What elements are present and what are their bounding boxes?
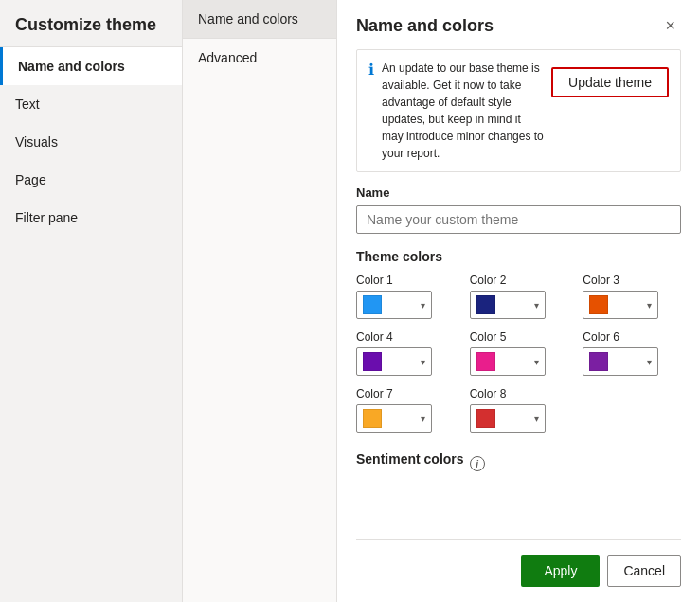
color-2-chevron: ▾ (534, 300, 539, 310)
right-panel-header: Name and colors × (356, 15, 681, 36)
color-6-selector[interactable]: ▾ (583, 347, 658, 376)
color-4-swatch (363, 352, 382, 371)
color-item-3: Color 3 ▾ (583, 274, 681, 319)
center-panel: Name and colors Advanced (183, 0, 337, 602)
tab-name-and-colors[interactable]: Name and colors (183, 0, 336, 39)
color-6-chevron: ▾ (647, 357, 652, 367)
sidebar-item-filter-pane[interactable]: Filter pane (0, 199, 182, 237)
update-theme-button[interactable]: Update theme (551, 67, 669, 97)
sidebar-item-name-and-colors[interactable]: Name and colors (0, 47, 182, 85)
right-panel-title: Name and colors (356, 16, 494, 36)
color-8-selector[interactable]: ▾ (470, 404, 546, 433)
name-input[interactable] (356, 205, 681, 234)
color-6-label: Color 6 (583, 330, 681, 344)
color-item-7: Color 7 ▾ (356, 387, 455, 433)
name-field-container: Name (356, 186, 681, 249)
color-5-selector[interactable]: ▾ (470, 347, 546, 376)
footer: Apply Cancel (356, 539, 681, 587)
color-3-selector[interactable]: ▾ (583, 291, 658, 319)
color-1-swatch (363, 295, 382, 314)
right-panel: Name and colors × ℹ An update to our bas… (337, 0, 700, 602)
color-2-label: Color 2 (470, 274, 568, 287)
info-text: An update to our base theme is available… (382, 60, 544, 162)
color-8-chevron: ▾ (534, 414, 539, 424)
cancel-button[interactable]: Cancel (607, 555, 681, 587)
info-icon: ℹ (368, 61, 374, 162)
color-item-8: Color 8 ▾ (470, 387, 568, 433)
sidebar-item-text[interactable]: Text (0, 85, 182, 123)
color-8-label: Color 8 (470, 387, 568, 400)
close-button[interactable]: × (659, 15, 681, 36)
color-item-4: Color 4 ▾ (356, 330, 455, 376)
color-4-chevron: ▾ (421, 357, 425, 367)
sidebar-nav: Name and colors Text Visuals Page Filter… (0, 47, 182, 237)
color-8-swatch (476, 409, 495, 428)
sentiment-colors-title: Sentiment colors (356, 452, 464, 467)
color-1-chevron: ▾ (421, 300, 425, 310)
color-5-chevron: ▾ (534, 357, 539, 367)
colors-grid: Color 1 ▾ Color 2 ▾ Color 3 ▾ Color 4 (356, 274, 681, 433)
color-1-label: Color 1 (356, 274, 455, 287)
color-5-label: Color 5 (470, 330, 568, 344)
info-banner: ℹ An update to our base theme is availab… (356, 49, 681, 172)
apply-button[interactable]: Apply (521, 555, 600, 587)
color-3-chevron: ▾ (647, 300, 652, 310)
color-item-2: Color 2 ▾ (470, 274, 568, 319)
color-5-swatch (476, 352, 495, 371)
sidebar-item-page[interactable]: Page (0, 161, 182, 199)
color-7-chevron: ▾ (421, 414, 425, 424)
color-item-5: Color 5 ▾ (470, 330, 568, 376)
color-1-selector[interactable]: ▾ (356, 291, 432, 319)
color-7-swatch (363, 409, 382, 428)
color-2-selector[interactable]: ▾ (470, 291, 546, 319)
tab-advanced[interactable]: Advanced (183, 39, 336, 77)
color-6-swatch (589, 352, 608, 371)
color-3-swatch (589, 295, 608, 314)
color-item-6: Color 6 ▾ (583, 330, 681, 376)
sidebar-item-visuals[interactable]: Visuals (0, 123, 182, 161)
color-4-label: Color 4 (356, 330, 455, 344)
color-7-label: Color 7 (356, 387, 455, 400)
color-item-1: Color 1 ▾ (356, 274, 455, 319)
color-7-selector[interactable]: ▾ (356, 404, 432, 433)
sidebar-title: Customize theme (0, 0, 182, 47)
color-3-label: Color 3 (583, 274, 681, 287)
sidebar: Customize theme Name and colors Text Vis… (0, 0, 183, 602)
color-4-selector[interactable]: ▾ (356, 347, 432, 376)
sentiment-info-icon: i (470, 456, 485, 471)
theme-colors-title: Theme colors (356, 249, 681, 264)
sentiment-colors-row: Sentiment colors i (356, 452, 681, 476)
color-2-swatch (476, 295, 495, 314)
name-field-label: Name (356, 186, 681, 200)
